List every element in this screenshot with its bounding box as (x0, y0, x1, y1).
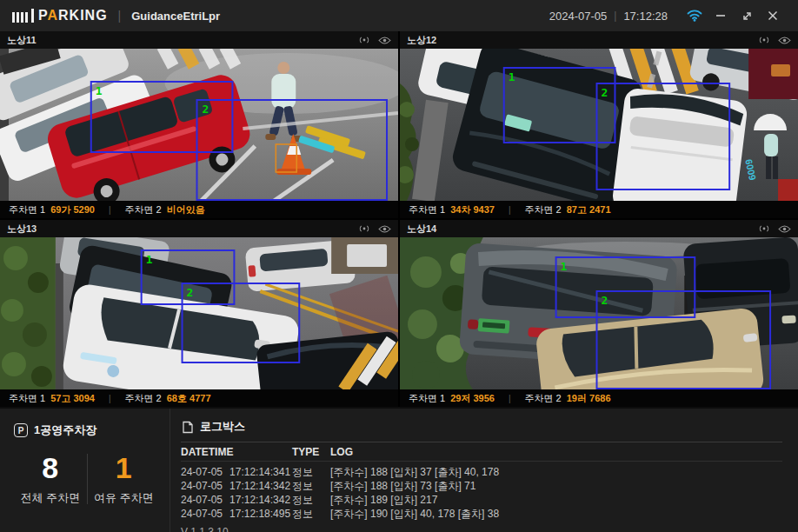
ivy-wall (0, 237, 63, 389)
camera-header: 노상14 (400, 220, 798, 237)
minimize-button[interactable] (708, 5, 734, 26)
slot-plate: 57고 3094 (50, 392, 95, 405)
column-header-datetime: DATETIME (181, 446, 292, 458)
log-message: [주차수] 190 [입차] 40, 178 [출차] 38 (330, 507, 782, 522)
slot-plate: 비어있음 (167, 203, 205, 216)
slot-separator: | (509, 205, 511, 215)
datetime-separator: | (614, 10, 616, 22)
camera-scene: 1 2 (400, 237, 798, 389)
slot-plate: 87고 2471 (567, 203, 611, 216)
stat-total-spaces: 8 전체 주차면 (14, 452, 87, 506)
kiosk (347, 244, 387, 267)
log-date: 24-07-05 (181, 494, 223, 506)
title-bar: PARKING | GuidanceEtriLpr 2024-07-05 | 1… (0, 0, 798, 31)
log-date: 24-07-05 (181, 480, 223, 492)
slot-separator: | (109, 394, 111, 403)
log-type: 정보 (292, 479, 330, 494)
broadcast-icon[interactable] (757, 35, 771, 45)
log-time: 17:12:14:341 (229, 466, 290, 478)
log-type: 정보 (292, 507, 330, 522)
page-title: GuidanceEtriLpr (131, 10, 220, 23)
eye-icon[interactable] (378, 36, 391, 45)
log-date: 24-07-05 (181, 466, 223, 478)
log-message: [주차수] 189 [입차] 217 (330, 493, 782, 508)
log-message: [주차수] 188 [입차] 73 [출차] 71 (330, 479, 782, 494)
brand-logo: PARKING (12, 8, 108, 23)
slot-label: 주차면 2 (125, 392, 162, 405)
camera-title: 노상12 (407, 34, 436, 47)
log-time: 17:12:14:342 (229, 480, 290, 492)
log-date: 24-07-05 (181, 508, 223, 520)
log-time: 17:12:14:342 (229, 494, 290, 506)
slot-plate: 29저 3956 (450, 392, 495, 405)
slot-label: 주차면 1 (9, 392, 45, 405)
camera-title: 노상14 (407, 223, 436, 236)
broadcast-icon[interactable] (357, 35, 371, 45)
logo-bars-icon (12, 9, 34, 23)
camera-scene: 1 2 (0, 49, 398, 201)
wifi-icon (682, 5, 708, 26)
zone-number: 1 (509, 70, 515, 83)
stat-free-value: 1 (88, 452, 161, 483)
log-row[interactable]: 24-07-0517:12:18:495 정보 [주차수] 190 [입차] 4… (181, 507, 782, 521)
camera-title: 노상11 (7, 34, 37, 47)
camera-slot-bar: 주차면 1 69가 5290 | 주차면 2 비어있음 (0, 201, 398, 218)
camera-panel-nosang13[interactable]: 노상13 (0, 220, 398, 407)
eye-icon[interactable] (778, 36, 791, 45)
slot-label: 주차면 1 (409, 203, 445, 216)
camera-slot-bar: 주차면 1 29저 3956 | 주차면 2 19러 7686 (400, 389, 798, 407)
log-row[interactable]: 24-07-0517:12:14:341 정보 [주차수] 188 [입차] 3… (181, 465, 782, 479)
zone-number: 2 (601, 294, 608, 307)
broadcast-icon[interactable] (757, 223, 771, 234)
log-message: [주차수] 188 [입차] 37 [출차] 40, 178 (330, 465, 782, 480)
app-version: V 1.1.3.10 (181, 526, 782, 532)
log-box: 로그박스 DATETIME TYPE LOG 24-07-0517:12:14:… (170, 409, 798, 532)
column-header-type: TYPE (292, 446, 330, 458)
log-document-icon (181, 421, 194, 434)
slot-label: 주차면 2 (525, 392, 562, 405)
eye-icon[interactable] (778, 224, 791, 234)
log-table: DATETIME TYPE LOG 24-07-0517:12:14:341 정… (181, 442, 782, 521)
zone-number: 1 (561, 260, 568, 273)
log-row[interactable]: 24-07-0517:12:14:342 정보 [주차수] 189 [입차] 2… (181, 493, 782, 507)
camera-video[interactable]: 1 2 (0, 237, 398, 389)
slot-plate: 34차 9437 (450, 203, 495, 216)
log-type: 정보 (292, 493, 330, 508)
brand-accent-letter: A (47, 8, 58, 23)
camera-scene: 6009 1 2 (400, 49, 798, 201)
fullscreen-button[interactable] (734, 5, 760, 26)
stat-free-label: 여유 주차면 (88, 490, 161, 506)
slot-label: 주차면 1 (409, 392, 445, 405)
shop-light (771, 64, 790, 76)
datetime-display: 2024-07-05 | 17:12:28 (549, 10, 668, 23)
titlebar-divider: | (118, 9, 122, 23)
app-window: PARKING | GuidanceEtriLpr 2024-07-05 | 1… (0, 0, 798, 532)
camera-grid: 노상11 (0, 31, 798, 407)
camera-video[interactable]: 1 2 (0, 49, 398, 201)
date-text: 2024-07-05 (549, 10, 608, 23)
camera-header: 노상13 (0, 220, 398, 237)
slot-label: 주차면 2 (125, 203, 162, 216)
camera-panel-nosang12[interactable]: 노상12 (400, 31, 798, 218)
time-text: 17:12:28 (623, 10, 668, 23)
camera-panel-nosang11[interactable]: 노상11 (0, 31, 398, 218)
camera-slot-bar: 주차면 1 34차 9437 | 주차면 2 87고 2471 (400, 201, 798, 218)
broadcast-icon[interactable] (357, 223, 371, 234)
zone-number: 2 (601, 86, 608, 99)
white-suv (611, 87, 748, 201)
zone-number: 1 (96, 84, 103, 97)
slot-plate: 68호 4777 (167, 392, 211, 405)
slot-separator: | (509, 394, 511, 403)
log-row[interactable]: 24-07-0517:12:14:342 정보 [주차수] 188 [입차] 7… (181, 479, 782, 493)
slot-plate: 19러 7686 (567, 392, 611, 405)
close-button[interactable] (760, 5, 786, 26)
camera-video[interactable]: 6009 1 2 (400, 49, 798, 201)
camera-video[interactable]: 1 2 (400, 237, 798, 389)
stat-total-value: 8 (14, 452, 87, 483)
brand-name: PARKING (38, 8, 108, 23)
stat-total-label: 전체 주차면 (14, 490, 87, 506)
eye-icon[interactable] (378, 224, 391, 234)
lot-stats: 8 전체 주차면 1 여유 주차면 (14, 452, 160, 506)
camera-panel-nosang14[interactable]: 노상14 (400, 220, 798, 407)
camera-header: 노상12 (400, 31, 798, 49)
